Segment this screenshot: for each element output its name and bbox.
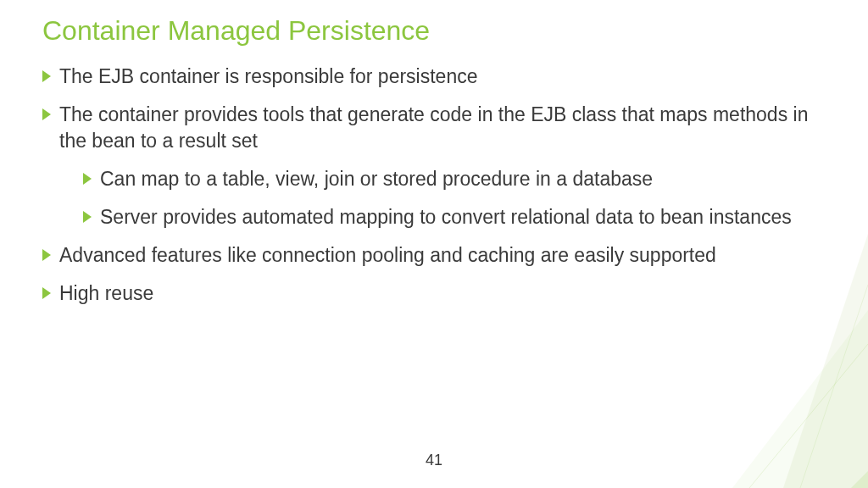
triangle-bullet-icon xyxy=(42,287,51,299)
bullet-text: Can map to a table, view, join or stored… xyxy=(100,166,653,192)
bullet-item: Can map to a table, view, join or stored… xyxy=(83,166,826,192)
bullet-text: The container provides tools that genera… xyxy=(59,102,826,154)
bullet-text: High reuse xyxy=(59,280,153,307)
bullet-text: Advanced features like connection poolin… xyxy=(59,242,716,269)
bullet-item: The container provides tools that genera… xyxy=(42,102,826,154)
bullet-item: Advanced features like connection poolin… xyxy=(42,242,826,269)
triangle-bullet-icon xyxy=(83,173,92,185)
triangle-bullet-icon xyxy=(83,211,92,223)
svg-line-3 xyxy=(749,344,868,488)
bullet-item: The EJB container is responsible for per… xyxy=(42,64,826,90)
bullet-item: Server provides automated mapping to con… xyxy=(83,204,826,230)
svg-marker-2 xyxy=(851,471,868,488)
page-number: 41 xyxy=(426,452,442,469)
bullet-text: The EJB container is responsible for per… xyxy=(59,64,477,90)
bullet-text: Server provides automated mapping to con… xyxy=(100,204,792,230)
bullet-list: The EJB container is responsible for per… xyxy=(42,64,826,307)
triangle-bullet-icon xyxy=(42,70,51,82)
svg-marker-1 xyxy=(732,310,868,488)
triangle-bullet-icon xyxy=(42,249,51,261)
slide-container: Container Managed Persistence The EJB co… xyxy=(0,0,868,488)
svg-line-4 xyxy=(800,285,868,488)
triangle-bullet-icon xyxy=(42,108,51,120)
slide-title: Container Managed Persistence xyxy=(42,15,826,47)
bullet-item: High reuse xyxy=(42,280,826,307)
